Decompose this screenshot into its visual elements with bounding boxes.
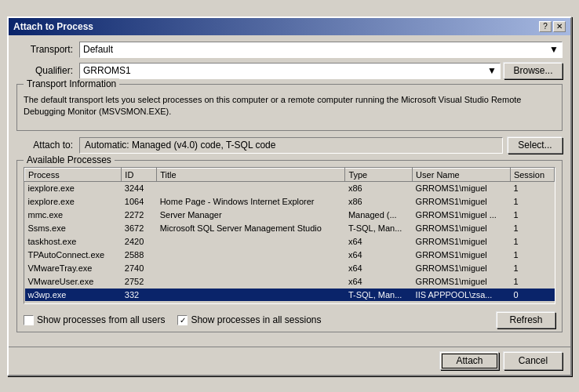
table-row[interactable]: iexplore.exe1064Home Page - Windows Inte…	[25, 194, 555, 208]
cell-0: Ssms.exe	[25, 221, 122, 234]
cell-2	[157, 234, 345, 248]
refresh-button[interactable]: Refresh	[497, 312, 555, 328]
cell-0: VMwareTray.exe	[25, 261, 122, 274]
cell-2: Home Page - Windows Internet Explorer	[157, 194, 345, 208]
attach-to-label: Attach to:	[16, 140, 79, 151]
help-button[interactable]: ?	[539, 21, 552, 32]
title-bar-buttons: ? ✕	[539, 21, 566, 32]
cell-3: x64	[345, 274, 413, 288]
cell-5: 1	[510, 221, 554, 234]
cell-5: 1	[510, 181, 554, 194]
qualifier-control: GRROMS1 ▼ Browse...	[79, 63, 563, 79]
cell-5: 1	[510, 301, 554, 304]
cell-3: Managed (...	[345, 208, 413, 221]
cell-4: GRROMS1\miguel	[413, 274, 511, 288]
cell-4: GRROMS1\miguel	[413, 181, 511, 194]
transport-info-legend: Transport Information	[24, 78, 119, 89]
col-type: Type	[345, 168, 413, 181]
show-all-sessions-label: Show processes in all sessions	[191, 314, 321, 325]
table-header-row: Process ID Title Type User Name Session	[25, 168, 555, 181]
cell-4: GRROMS1\miguel	[413, 194, 511, 208]
table-row[interactable]: Ssms.exe3672Microsoft SQL Server Managem…	[25, 221, 555, 234]
table-row[interactable]: TPAutoConnect.exe2588x64GRROMS1\miguel1	[25, 248, 555, 261]
cell-4: GRROMS1\miguel	[413, 248, 511, 261]
cell-1: 3672	[122, 221, 157, 234]
dialog-title: Attach to Process	[13, 21, 93, 32]
browse-button[interactable]: Browse...	[504, 63, 563, 79]
attach-to-row: Attach to: Automatic: Managed (v4.0) cod…	[16, 137, 563, 154]
col-title: Title	[157, 168, 345, 181]
cell-0: iexplore.exe	[25, 181, 122, 194]
transport-info-group: Transport Information The default transp…	[16, 84, 563, 131]
cell-3: x64	[345, 301, 413, 304]
cell-2	[157, 288, 345, 301]
cell-4: IIS APPPOOL\zsa...	[413, 288, 511, 301]
cell-5: 1	[510, 261, 554, 274]
show-all-users-checkbox[interactable]	[24, 315, 34, 325]
cell-5: 1	[510, 234, 554, 248]
cancel-button[interactable]: Cancel	[504, 352, 563, 370]
process-table-body[interactable]: iexplore.exe3244x86GRROMS1\miguel1iexplo…	[25, 181, 555, 304]
cell-0: w3wp.exe	[25, 288, 122, 301]
cell-4: GRROMS1\miguel	[413, 301, 511, 304]
table-row[interactable]: wuauclt.exe616x64GRROMS1\miguel1	[25, 301, 555, 304]
table-row[interactable]: mmc.exe2272Server ManagerManaged (...GRR…	[25, 208, 555, 221]
cell-3: x64	[345, 234, 413, 248]
cell-0: iexplore.exe	[25, 194, 122, 208]
qualifier-label: Qualifier:	[16, 65, 79, 76]
cell-1: 2740	[122, 261, 157, 274]
cell-0: mmc.exe	[25, 208, 122, 221]
cell-2	[157, 248, 345, 261]
cell-3: x64	[345, 261, 413, 274]
cell-2	[157, 181, 345, 194]
qualifier-dropdown-arrow: ▼	[487, 65, 497, 76]
attach-button[interactable]: Attach	[440, 352, 499, 370]
transport-value: Default	[83, 44, 113, 55]
transport-label: Transport:	[16, 44, 79, 55]
process-table: Process ID Title Type User Name Session …	[24, 168, 555, 304]
attach-to-value: Automatic: Managed (v4.0) code, T-SQL co…	[79, 137, 503, 154]
cell-5: 1	[510, 194, 554, 208]
close-button[interactable]: ✕	[553, 21, 566, 32]
cell-5: 1	[510, 208, 554, 221]
bottom-row: Show processes from all users Show proce…	[17, 309, 562, 332]
table-row[interactable]: VMwareTray.exe2740x64GRROMS1\miguel1	[25, 261, 555, 274]
cell-1: 332	[122, 288, 157, 301]
cell-3: x86	[345, 181, 413, 194]
cell-3: x86	[345, 194, 413, 208]
transport-control: Default ▼	[79, 42, 563, 58]
col-user: User Name	[413, 168, 511, 181]
cell-1: 2420	[122, 234, 157, 248]
qualifier-dropdown[interactable]: GRROMS1 ▼	[79, 63, 501, 79]
select-button[interactable]: Select...	[508, 137, 563, 154]
transport-dropdown[interactable]: Default ▼	[79, 42, 563, 58]
cell-4: GRROMS1\miguel	[413, 261, 511, 274]
show-all-sessions-checkbox[interactable]	[177, 315, 188, 325]
cell-1: 3244	[122, 181, 157, 194]
dialog-buttons: Attach Cancel	[9, 347, 570, 375]
table-row[interactable]: w3wp.exe332T-SQL, Man...IIS APPPOOL\zsa.…	[25, 288, 555, 301]
table-row[interactable]: iexplore.exe3244x86GRROMS1\miguel1	[25, 181, 555, 194]
cell-5: 1	[510, 274, 554, 288]
col-process: Process	[25, 168, 122, 181]
process-table-scroll[interactable]: Process ID Title Type User Name Session …	[24, 167, 555, 304]
cell-2	[157, 301, 345, 304]
cell-1: 2752	[122, 274, 157, 288]
transport-dropdown-arrow: ▼	[549, 44, 559, 55]
cell-1: 1064	[122, 194, 157, 208]
table-row[interactable]: VMwareUser.exe2752x64GRROMS1\miguel1	[25, 274, 555, 288]
cell-0: taskhost.exe	[25, 234, 122, 248]
cell-4: GRROMS1\miguel	[413, 221, 511, 234]
cell-3: T-SQL, Man...	[345, 221, 413, 234]
cell-5: 1	[510, 248, 554, 261]
col-id: ID	[122, 168, 157, 181]
title-bar: Attach to Process ? ✕	[9, 18, 570, 35]
table-row[interactable]: taskhost.exe2420x64GRROMS1\miguel1	[25, 234, 555, 248]
cell-3: x64	[345, 248, 413, 261]
cell-3: T-SQL, Man...	[345, 288, 413, 301]
cell-2: Server Manager	[157, 208, 345, 221]
cell-2	[157, 261, 345, 274]
available-processes-group: Available Processes Process ID Title Typ…	[16, 160, 563, 332]
cell-2: Microsoft SQL Server Management Studio	[157, 221, 345, 234]
show-all-users-label: Show processes from all users	[37, 314, 165, 325]
